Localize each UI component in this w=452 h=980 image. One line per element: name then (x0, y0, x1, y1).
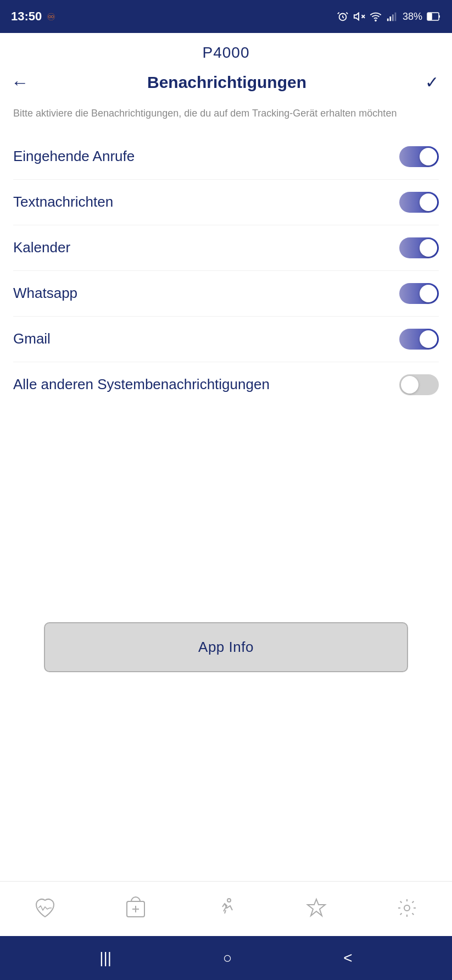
svg-rect-4 (387, 19, 389, 21)
scale-icon (124, 896, 148, 920)
svg-point-13 (227, 899, 231, 902)
nav-activity[interactable] (214, 896, 238, 920)
incoming-calls-label: Eingehende Anrufe (13, 147, 135, 166)
nav-weight[interactable] (124, 896, 148, 920)
description: Bitte aktiviere die Benachrichtigungen, … (0, 97, 452, 134)
settings-list: Eingehende Anrufe Textnachrichten Kalend… (0, 134, 452, 600)
device-name: P4000 (203, 44, 250, 61)
system-notifications-label: Alle anderen Systembenachrichtigungen (13, 375, 270, 394)
calendar-label: Kalender (13, 239, 70, 257)
bottom-nav (0, 881, 452, 936)
system-nav: ||| ○ < (0, 936, 452, 980)
battery-percent: 38% (403, 11, 422, 23)
system-notifications-toggle[interactable] (399, 374, 439, 395)
app-info-section: App Info (0, 600, 452, 689)
svg-marker-14 (308, 899, 325, 916)
calendar-toggle[interactable] (399, 237, 439, 258)
setting-system-notifications: Alle anderen Systembenachrichtigungen (13, 362, 439, 407)
app-info-button[interactable]: App Info (44, 622, 408, 672)
system-back-button[interactable]: < (343, 949, 352, 967)
page-header: ← Benachrichtigungen ✓ (0, 67, 452, 97)
status-icon: ♾ (47, 11, 55, 23)
status-time: 13:50 (11, 9, 42, 23)
device-header: P4000 (0, 33, 452, 67)
setting-whatsapp: Whatsapp (13, 271, 439, 317)
setting-incoming-calls: Eingehende Anrufe (13, 134, 439, 180)
whatsapp-toggle[interactable] (399, 283, 439, 304)
status-bar: 13:50 ♾ 38% (0, 0, 452, 33)
nav-heart-rate[interactable] (33, 896, 57, 920)
battery-icon (427, 12, 441, 21)
svg-rect-6 (392, 14, 394, 21)
running-icon (214, 896, 238, 920)
nav-settings[interactable] (395, 896, 419, 920)
svg-rect-9 (428, 13, 432, 20)
trophy-icon (304, 896, 328, 920)
text-messages-label: Textnachrichten (13, 193, 113, 212)
system-home-button[interactable]: ○ (223, 949, 232, 967)
text-messages-toggle[interactable] (399, 192, 439, 213)
setting-text-messages: Textnachrichten (13, 180, 439, 225)
whatsapp-label: Whatsapp (13, 284, 77, 303)
svg-point-15 (404, 905, 410, 911)
mute-icon (353, 10, 365, 23)
page-title: Benachrichtigungen (29, 73, 425, 92)
status-indicators: 38% (337, 10, 441, 23)
gmail-label: Gmail (13, 330, 51, 348)
alarm-icon (337, 10, 349, 23)
svg-point-3 (375, 20, 376, 21)
system-menu-button[interactable]: ||| (99, 949, 111, 967)
svg-rect-5 (389, 16, 391, 21)
svg-rect-7 (395, 13, 397, 21)
back-button[interactable]: ← (11, 74, 29, 91)
gmail-toggle[interactable] (399, 329, 439, 350)
gear-icon (395, 896, 419, 920)
nav-achievements[interactable] (304, 896, 328, 920)
setting-calendar: Kalender (13, 225, 439, 271)
signal-icon (386, 10, 398, 23)
setting-gmail: Gmail (13, 317, 439, 362)
heart-rate-icon (33, 896, 57, 920)
confirm-button[interactable]: ✓ (425, 73, 439, 92)
incoming-calls-toggle[interactable] (399, 146, 439, 167)
status-time-container: 13:50 ♾ (11, 9, 55, 24)
wifi-icon (370, 10, 382, 23)
